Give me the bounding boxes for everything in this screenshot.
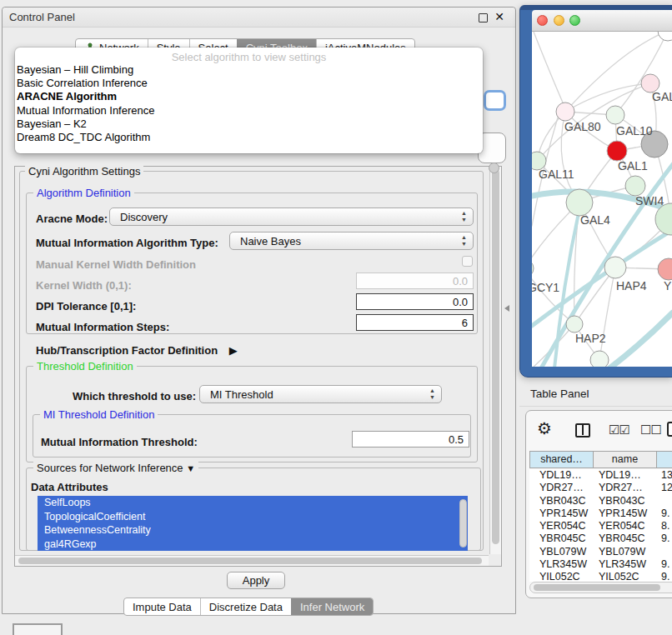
node-label-swi4: SWI4 — [635, 194, 664, 208]
mac-minimize-button[interactable] — [554, 15, 564, 26]
float-window-icon[interactable] — [479, 13, 488, 22]
cell-shared-name: YPR145W — [529, 508, 594, 520]
cell-name: YDL19… — [594, 469, 658, 482]
cell-value: 12 — [658, 482, 672, 494]
node-label-gal: GAL — [652, 90, 672, 103]
network-node-gal4[interactable] — [566, 189, 593, 216]
dropdown-item-aracne-algorithm[interactable]: ARACNE Algorithm — [15, 90, 483, 103]
dropdown-item-basic-correlation-inference[interactable]: Basic Correlation Inference — [15, 77, 483, 90]
hub-definition-label: Hub/Transcription Factor Definition — [36, 344, 218, 357]
attribute-item-topologicalcoefficient[interactable]: TopologicalCoefficient — [38, 510, 468, 524]
attribute-item-betweennesscentrality[interactable]: BetweennessCentrality — [38, 523, 468, 538]
network-node-gal80[interactable] — [556, 102, 574, 121]
clipped-toolbar-icon[interactable] — [667, 422, 672, 437]
dropdown-item-bayesian-k2[interactable]: Bayesian – K2 — [15, 118, 483, 131]
cell-value — [658, 546, 661, 558]
cell-name: YBL079W — [594, 546, 658, 558]
cell-shared-name: YDR27… — [529, 482, 594, 494]
table-row[interactable]: YDR27…YDR27…12 — [529, 482, 672, 494]
table-row[interactable]: YLR345WYLR345W9. — [529, 558, 672, 571]
network-node[interactable] — [658, 32, 672, 41]
network-node[interactable] — [590, 351, 609, 367]
node-label-gal10: GAL10 — [616, 124, 653, 138]
network-node-hap4[interactable] — [604, 257, 626, 278]
expander-expanded-icon: ▼ — [186, 463, 195, 473]
dropdown-item-dream8-dc-tdc-algorithm[interactable]: Dream8 DC_TDC Algorithm — [15, 131, 483, 144]
columns-icon[interactable] — [575, 423, 590, 438]
attribute-item-gal4rgexp[interactable]: gal4RGexp — [38, 538, 468, 552]
scrollbar-thumb[interactable] — [18, 558, 482, 564]
mi-threshold-value: 0.5 — [449, 433, 464, 446]
table-row[interactable]: YER054CYER054C8. — [529, 520, 672, 532]
tab-impute-data[interactable]: Impute Data — [124, 598, 200, 615]
apply-button[interactable]: Apply — [227, 572, 285, 589]
network-node-hap2[interactable] — [566, 316, 583, 332]
column-header-name[interactable]: name — [593, 451, 657, 468]
gear-icon[interactable]: ⚙ — [537, 420, 552, 437]
manual-kernel-checkbox[interactable] — [462, 256, 473, 267]
cell-name: YBR045C — [594, 532, 658, 545]
hub-definition-expander[interactable]: Hub/Transcription Factor Definition ▶ — [36, 344, 238, 357]
table-row[interactable]: YBR045CYBR045C9. — [529, 532, 672, 545]
deselect-all-checkboxes-icon[interactable]: ☐☐ — [640, 422, 661, 438]
column-header-shared[interactable]: shared… — [529, 451, 594, 468]
control-panel-title: Control Panel — [9, 11, 75, 23]
mac-close-button[interactable] — [537, 15, 548, 26]
sources-group-title[interactable]: Sources for Network Inference ▼ — [33, 462, 198, 474]
table-horizontal-scrollbar[interactable] — [529, 582, 672, 593]
dpi-tolerance-field[interactable]: 0.0 — [356, 293, 474, 310]
tab-discretize-data[interactable]: Discretize Data — [200, 598, 291, 615]
data-attributes-list[interactable]: SelfLoopsTopologicalCoefficientBetweenne… — [38, 496, 468, 551]
network-edge[interactable] — [599, 268, 615, 360]
network-edge-highlighted[interactable] — [609, 312, 672, 367]
scrollbar-thumb[interactable] — [534, 584, 660, 591]
network-window-titlebar[interactable] — [532, 10, 672, 32]
mi-steps-label: Mutual Information Steps: — [36, 321, 169, 333]
tab-label: Infer Network — [300, 601, 364, 613]
cell-name: YDR27… — [594, 482, 658, 494]
table-row[interactable]: YIL052CYIL052C9. — [529, 571, 672, 582]
mac-zoom-button[interactable] — [569, 15, 580, 26]
table-row[interactable]: YBL079WYBL079W — [529, 546, 672, 558]
cell-shared-name: YIL052C — [529, 571, 594, 582]
table-row[interactable]: YDL19…YDL19…13 — [529, 469, 672, 482]
mi-algorithm-type-value: Naive Bayes — [240, 235, 301, 248]
node-label-hap2: HAP2 — [575, 332, 606, 345]
cell-value: 8. — [658, 520, 669, 532]
mi-steps-field[interactable]: 6 — [356, 314, 474, 331]
close-icon[interactable]: ✕ — [494, 10, 504, 23]
network-node-y[interactable] — [658, 258, 672, 280]
network-node-gal10[interactable] — [606, 106, 624, 124]
attributes-list-scrollbar[interactable] — [459, 499, 467, 548]
network-node-gal1[interactable] — [607, 141, 627, 161]
bottom-tabbar: Impute DataDiscretize DataInfer Network — [123, 598, 374, 616]
mi-threshold-field[interactable]: 0.5 — [352, 431, 469, 448]
kernel-width-label: Kernel Width (0,1): — [36, 279, 132, 292]
settings-horizontal-scrollbar[interactable] — [15, 555, 489, 566]
cell-value: 9. — [658, 508, 669, 520]
select-all-checkboxes-icon[interactable]: ☑☑ — [609, 422, 629, 438]
aracne-mode-select[interactable]: Discovery ▲▼ — [109, 208, 474, 226]
tab-infer-network[interactable]: Infer Network — [291, 598, 373, 615]
node-label-gcy1: GCY1 — [532, 281, 559, 294]
panel-divider-handle[interactable] — [504, 305, 509, 312]
table-row[interactable]: YPR145WYPR145W9. — [529, 508, 672, 520]
network-node-gcy1[interactable] — [532, 259, 534, 278]
network-canvas[interactable]: GALGAL80GAL10GAL1SWI4GAL11GAL4HAP4YGCY1H… — [532, 32, 672, 367]
table-row[interactable]: YBR043CYBR043C — [529, 495, 672, 508]
network-edge[interactable] — [534, 32, 563, 102]
attribute-item-selfloops[interactable]: SelfLoops — [38, 496, 468, 510]
settings-vertical-scrollbar[interactable] — [489, 167, 501, 554]
kernel-width-field[interactable]: 0.0 — [356, 272, 474, 289]
which-threshold-select[interactable]: MI Threshold ▲▼ — [199, 385, 442, 403]
mi-threshold-label: Mutual Information Threshold: — [41, 436, 198, 448]
cell-name: YER054C — [594, 520, 658, 532]
mi-algorithm-type-select[interactable]: Naive Bayes ▲▼ — [229, 232, 474, 250]
dropdown-item-bayesian-hill-climbing[interactable]: Bayesian – Hill Climbing — [15, 63, 483, 77]
network-graph[interactable]: GALGAL80GAL10GAL1SWI4GAL11GAL4HAP4YGCY1H… — [532, 32, 672, 367]
dropdown-item-mutual-information-inference[interactable]: Mutual Information Inference — [15, 104, 483, 118]
column-header-2[interactable] — [656, 451, 672, 468]
combo-arrows-icon: ▲▼ — [461, 234, 467, 248]
scrollbar-thumb[interactable] — [492, 169, 499, 544]
network-node-swi4[interactable] — [625, 176, 645, 196]
